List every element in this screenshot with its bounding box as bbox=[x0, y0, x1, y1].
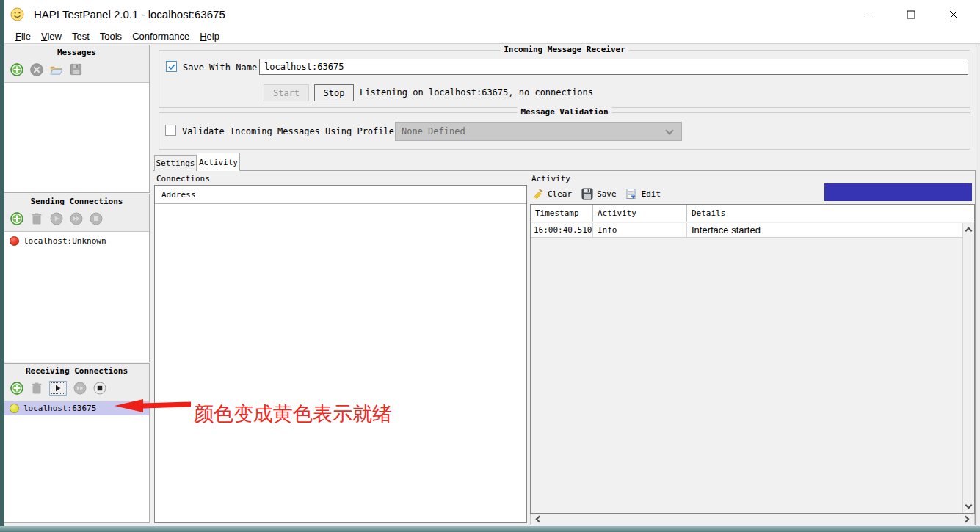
scroll-down-icon[interactable] bbox=[965, 502, 973, 509]
window-title: HAPI TestPanel 2.0.1 - localhost:63675 bbox=[34, 8, 225, 21]
receiving-connections-toolbar bbox=[4, 378, 149, 398]
add-receiving-connection-button[interactable] bbox=[10, 381, 23, 395]
start-all-receiving-button[interactable] bbox=[73, 381, 87, 395]
menu-item-help[interactable]: Help bbox=[195, 31, 225, 42]
activity-table: Timestamp Activity Details 16:00:40.510 … bbox=[530, 204, 975, 514]
start-button[interactable]: Start bbox=[264, 84, 309, 101]
menu-item-conformance[interactable]: Conformance bbox=[127, 31, 195, 42]
save-disk-icon bbox=[70, 63, 82, 76]
add-icon bbox=[10, 212, 23, 225]
add-icon bbox=[10, 382, 23, 395]
play-circle-icon bbox=[50, 212, 63, 225]
address-column-header: Address bbox=[161, 190, 195, 200]
receiving-connection-label: localhost:63675 bbox=[23, 404, 96, 413]
edit-activity-button[interactable] bbox=[625, 188, 638, 200]
scroll-right-icon[interactable] bbox=[962, 516, 970, 523]
minimize-button[interactable] bbox=[852, 3, 885, 26]
scroll-left-icon[interactable] bbox=[536, 516, 543, 523]
activity-column-header[interactable]: Activity bbox=[593, 205, 687, 222]
validate-incoming-label: Validate Incoming Messages Using Profile… bbox=[182, 126, 432, 136]
add-icon bbox=[10, 63, 23, 76]
progress-bar bbox=[824, 183, 972, 201]
sending-connection-row[interactable]: localhost:Unknown bbox=[4, 234, 149, 248]
broom-icon bbox=[532, 188, 544, 200]
title-bar: HAPI TestPanel 2.0.1 - localhost:63675 bbox=[4, 0, 980, 29]
chevron-down-icon bbox=[665, 126, 673, 134]
horizontal-scrollbar[interactable] bbox=[530, 514, 975, 525]
timestamp-column-header[interactable]: Timestamp bbox=[531, 205, 593, 222]
save-message-button[interactable] bbox=[69, 62, 83, 76]
stop-sending-connection-button[interactable] bbox=[89, 211, 103, 225]
activity-panel-title: Activity bbox=[531, 174, 570, 183]
app-window: HAPI TestPanel 2.0.1 - localhost:63675 F… bbox=[0, 0, 980, 532]
menu-item-test[interactable]: Test bbox=[67, 31, 95, 42]
profile-group-value: None Defined bbox=[402, 126, 465, 136]
incoming-receiver-group-title: Incoming Message Receiver bbox=[500, 45, 629, 54]
activity-row-type: Info bbox=[593, 223, 687, 237]
menu-item-view[interactable]: View bbox=[36, 31, 67, 42]
messages-section-title: Messages bbox=[4, 45, 149, 59]
annotation-text: 颜色变成黄色表示就绪 bbox=[194, 401, 392, 427]
receiving-connections-title: Receiving Connections bbox=[4, 364, 149, 378]
close-circle-icon bbox=[30, 63, 43, 76]
open-message-button[interactable] bbox=[49, 62, 63, 76]
remove-message-button[interactable] bbox=[29, 62, 43, 76]
window-right-edge bbox=[976, 44, 980, 526]
close-button[interactable] bbox=[937, 3, 970, 26]
profile-group-dropdown[interactable]: None Defined bbox=[395, 122, 682, 141]
start-sending-connection-button[interactable] bbox=[49, 211, 63, 225]
vertical-scrollbar[interactable] bbox=[962, 223, 974, 513]
red-arrow-icon bbox=[112, 397, 194, 415]
details-column-header[interactable]: Details bbox=[687, 205, 962, 222]
minimize-icon bbox=[864, 10, 873, 19]
maximize-button[interactable] bbox=[894, 3, 928, 26]
checkmark-icon bbox=[167, 62, 176, 71]
connections-table-header[interactable]: Address bbox=[155, 186, 526, 204]
delete-sending-connection-button[interactable] bbox=[29, 211, 43, 225]
activity-row-details: Interface started bbox=[687, 223, 962, 237]
start-all-sending-button[interactable] bbox=[69, 211, 83, 225]
tab-settings[interactable]: Settings bbox=[154, 155, 197, 171]
messages-list[interactable] bbox=[4, 82, 149, 192]
fast-forward-circle-icon bbox=[73, 382, 87, 395]
sending-connections-title: Sending Connections bbox=[4, 194, 149, 208]
clear-button-label[interactable]: Clear bbox=[548, 189, 572, 199]
stop-circle-icon bbox=[93, 382, 106, 395]
edit-button-label[interactable]: Edit bbox=[642, 189, 661, 199]
status-yellow-icon bbox=[10, 404, 19, 413]
stop-circle-icon bbox=[90, 212, 103, 225]
message-validation-group-title: Message Validation bbox=[517, 107, 611, 117]
save-button-label[interactable]: Save bbox=[597, 189, 617, 199]
delete-receiving-connection-button[interactable] bbox=[29, 381, 43, 395]
play-icon bbox=[54, 384, 62, 393]
receiver-name-input[interactable] bbox=[259, 59, 968, 75]
save-with-name-checkbox[interactable] bbox=[166, 61, 177, 72]
fast-forward-circle-icon bbox=[70, 212, 83, 225]
sending-connections-section: Sending Connections bbox=[4, 194, 150, 362]
add-sending-connection-button[interactable] bbox=[10, 211, 23, 225]
sending-connection-label: localhost:Unknown bbox=[23, 236, 106, 246]
validate-incoming-checkbox[interactable] bbox=[165, 125, 176, 136]
menu-item-tools[interactable]: Tools bbox=[95, 31, 127, 42]
window-bottom-edge bbox=[0, 526, 980, 532]
save-with-name-label: Save With Name: bbox=[183, 62, 262, 73]
new-message-button[interactable] bbox=[10, 62, 23, 76]
smiley-app-icon bbox=[10, 7, 24, 21]
activity-table-row[interactable]: 16:00:40.510 Info Interface started bbox=[531, 223, 962, 238]
scroll-up-icon[interactable] bbox=[965, 227, 973, 235]
stop-button[interactable]: Stop bbox=[314, 84, 354, 101]
close-icon bbox=[949, 10, 958, 19]
tab-activity[interactable]: Activity bbox=[197, 153, 240, 171]
clear-activity-button[interactable] bbox=[531, 188, 544, 200]
open-folder-icon bbox=[49, 63, 63, 76]
save-activity-button[interactable] bbox=[581, 188, 593, 200]
menu-item-file[interactable]: File bbox=[10, 31, 36, 42]
menu-bar: File View Test Tools Conformance Help bbox=[4, 29, 980, 44]
messages-toolbar bbox=[4, 59, 149, 79]
incoming-message-receiver-group: Incoming Message Receiver Save With Name… bbox=[159, 50, 970, 108]
start-receiving-connection-button[interactable] bbox=[49, 381, 67, 396]
activity-toolbar: Clear Save Edit bbox=[531, 186, 661, 202]
connections-table-body[interactable] bbox=[155, 205, 526, 522]
stop-receiving-connection-button[interactable] bbox=[92, 381, 106, 395]
sending-connections-toolbar bbox=[4, 208, 149, 228]
